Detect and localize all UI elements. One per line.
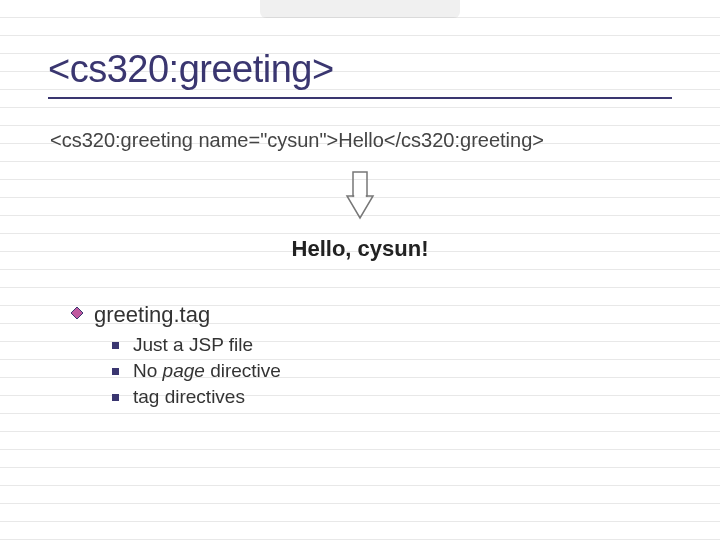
list-item: No page directive xyxy=(112,360,672,382)
square-bullet-icon xyxy=(112,368,119,375)
list-item: Just a JSP file xyxy=(112,334,672,356)
square-bullet-icon xyxy=(112,342,119,349)
bullet-label: greeting.tag xyxy=(94,302,210,328)
down-arrow-icon xyxy=(340,170,380,222)
square-bullet-icon xyxy=(112,394,119,401)
sub-item-text: tag directives xyxy=(133,386,245,408)
code-example: <cs320:greeting name="cysun">Hello</cs32… xyxy=(50,129,672,152)
arrow-container xyxy=(48,170,672,222)
slide-title: <cs320:greeting> xyxy=(48,48,672,91)
sub-bullet-list: Just a JSP file No page directive tag di… xyxy=(112,334,672,408)
svg-marker-1 xyxy=(347,196,373,218)
slide-content: <cs320:greeting> <cs320:greeting name="c… xyxy=(0,0,720,408)
title-underline xyxy=(48,97,672,99)
bullet-section: greeting.tag Just a JSP file No page dir… xyxy=(70,302,672,408)
svg-rect-0 xyxy=(353,172,367,196)
svg-rect-2 xyxy=(354,195,366,198)
bullet-item-greeting-tag: greeting.tag xyxy=(70,302,672,328)
diamond-bullet-icon xyxy=(70,306,84,324)
sub-item-text: No page directive xyxy=(133,360,281,382)
output-text: Hello, cysun! xyxy=(48,236,672,262)
svg-marker-3 xyxy=(71,307,83,319)
list-item: tag directives xyxy=(112,386,672,408)
sub-item-text: Just a JSP file xyxy=(133,334,253,356)
